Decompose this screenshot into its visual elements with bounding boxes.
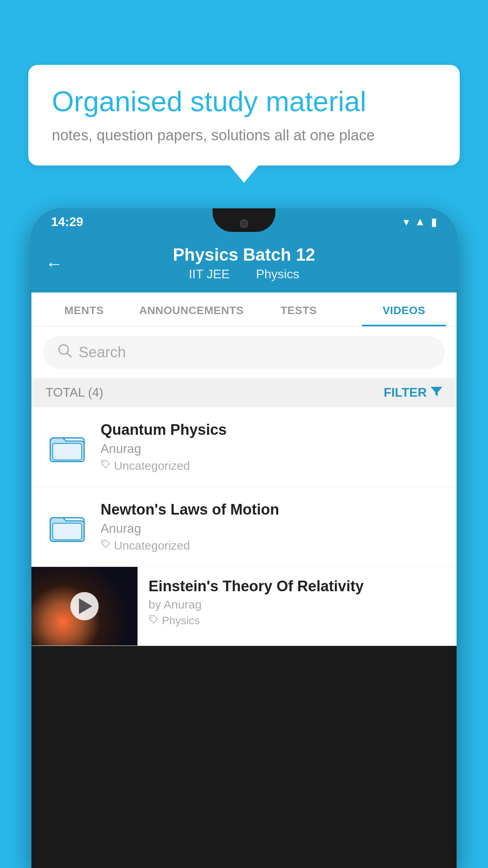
bubble-subtitle: notes, question papers, solutions all at… [52,127,436,144]
speech-bubble: Organised study material notes, question… [28,65,460,166]
play-icon [79,598,92,614]
notch [213,208,275,232]
search-placeholder: Search [79,344,126,361]
camera [240,219,248,228]
svg-point-9 [151,617,152,618]
svg-rect-7 [53,523,82,540]
folder-thumbnail [46,505,89,548]
subtitle-iitjee: IIT JEE [189,267,229,281]
video-title: Newton's Laws of Motion [101,501,442,518]
header-title: Physics Batch 12 [47,245,441,265]
video-tag: Uncategorized [101,539,442,552]
status-bar: 14:29 ▾ ▲ ▮ [31,208,457,235]
tag-icon [149,614,159,627]
status-icons: ▾ ▲ ▮ [404,215,437,228]
phone-frame: 14:29 ▾ ▲ ▮ ← Physics Batch 12 IIT JEE P… [31,208,457,868]
tag-icon [101,459,111,472]
signal-icon: ▲ [415,215,426,228]
tab-bar: MENTS ANNOUNCEMENTS TESTS VIDEOS [31,292,457,327]
subtitle-separator [241,267,248,281]
search-container: Search [31,327,457,378]
battery-icon: ▮ [431,215,437,228]
subtitle-physics: Physics [256,267,299,281]
bubble-title: Organised study material [52,85,436,118]
search-icon [57,343,72,362]
video-author: Anurag [101,521,442,536]
filter-label: FILTER [383,385,427,400]
svg-line-1 [67,353,71,357]
video-title: Einstein's Theory Of Relativity [149,578,446,595]
video-info: Einstein's Theory Of Relativity by Anura… [138,567,457,638]
svg-rect-4 [53,443,82,460]
video-info: Quantum Physics Anurag Uncategorized [101,421,442,473]
video-author: by Anurag [149,598,446,611]
list-item[interactable]: Einstein's Theory Of Relativity by Anura… [31,567,457,646]
video-thumbnail [31,567,138,645]
total-count: TOTAL (4) [46,385,103,400]
header-subtitle: IIT JEE Physics [47,267,441,281]
tab-announcements[interactable]: ANNOUNCEMENTS [137,292,246,326]
video-title: Quantum Physics [101,421,442,438]
tag-label: Uncategorized [114,459,190,473]
tag-icon [101,539,111,552]
video-info: Newton's Laws of Motion Anurag Uncategor… [101,501,442,552]
video-author: Anurag [101,441,442,456]
filter-bar: TOTAL (4) FILTER [31,378,457,407]
status-time: 14:29 [51,215,83,229]
wifi-icon: ▾ [404,215,409,228]
tag-label: Physics [162,614,200,627]
filter-icon [431,385,442,400]
search-bar[interactable]: Search [43,336,445,369]
tag-label: Uncategorized [114,539,190,552]
tab-ments[interactable]: MENTS [31,292,137,326]
svg-marker-2 [431,387,442,396]
tab-videos[interactable]: VIDEOS [351,292,457,326]
list-item[interactable]: Quantum Physics Anurag Uncategorized [31,407,457,487]
filter-button[interactable]: FILTER [383,385,442,400]
svg-point-8 [103,541,105,543]
video-tag: Uncategorized [101,459,442,473]
tab-tests[interactable]: TESTS [246,292,351,326]
app-header: ← Physics Batch 12 IIT JEE Physics [31,235,457,292]
svg-point-5 [103,462,105,463]
video-list: Quantum Physics Anurag Uncategorized [31,407,457,646]
list-item[interactable]: Newton's Laws of Motion Anurag Uncategor… [31,487,457,567]
video-tag: Physics [149,614,446,627]
play-button[interactable] [70,592,99,620]
back-button[interactable]: ← [46,254,63,274]
folder-thumbnail [46,425,89,469]
thumb-bg [31,567,138,645]
